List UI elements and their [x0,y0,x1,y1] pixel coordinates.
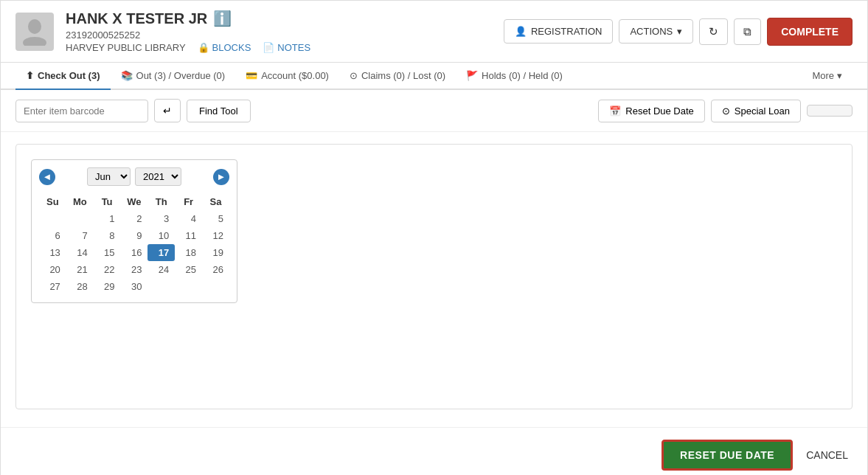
col-tu: Tu [94,193,121,210]
calendar-day[interactable]: 18 [175,244,202,261]
calendar-day[interactable]: 3 [147,210,175,227]
actions-label: ACTIONS [630,26,673,37]
calendar-day[interactable]: 1 [94,210,121,227]
calendar-day[interactable]: 10 [147,227,175,244]
registration-label: REGISTRATION [531,26,603,37]
calendar-day[interactable]: 28 [66,278,94,295]
col-th: Th [147,193,175,210]
bottom-bar: RESET DUE DATE CANCEL [1,427,867,475]
calendar-day[interactable]: 23 [121,261,148,278]
content-area: ◄ JanFebMarApr MayJunJulAug SepOctNovDec… [1,132,867,421]
reset-due-date-button[interactable]: 📅 Reset Due Date [598,100,705,122]
calendar-day[interactable]: 11 [175,227,202,244]
tabs-bar: ⬆ Check Out (3) 📚 Out (3) / Overdue (0) … [1,63,867,90]
calendar-day [39,210,66,227]
out-icon: 📚 [121,70,133,81]
calendar-day[interactable]: 4 [175,210,202,227]
find-tool-button[interactable]: Find Tool [187,100,251,122]
calendar-day[interactable]: 26 [202,261,229,278]
calendar-day[interactable]: 19 [202,244,229,261]
calendar-header: ◄ JanFebMarApr MayJunJulAug SepOctNovDec… [39,167,229,186]
calendar-day[interactable]: 24 [147,261,175,278]
patron-name: HANK X TESTER JR [66,10,207,27]
calendar-next-button[interactable]: ► [213,169,229,185]
calendar-day[interactable]: 20 [39,261,66,278]
calendar-day[interactable]: 17 [147,244,175,261]
special-loan-button[interactable]: ⊙ Special Loan [711,100,801,122]
checkout-icon: ⬆ [26,70,34,81]
refresh-icon: ↻ [709,25,718,38]
tab-claims[interactable]: ⊙ Claims (0) / Lost (0) [339,63,456,90]
cancel-button[interactable]: CANCEL [802,442,853,468]
complete-label: COMPLETE [781,26,839,38]
actions-button[interactable]: ACTIONS ▾ [619,19,693,44]
actions-chevron-icon: ▾ [677,26,682,37]
reset-due-date-action-button[interactable]: RESET DUE DATE [662,440,793,471]
patron-library: HARVEY PUBLIC LIBRARY [66,42,186,53]
avatar [15,13,54,51]
refresh-button[interactable]: ↻ [699,18,728,45]
barcode-input[interactable] [15,100,148,122]
blocks-link[interactable]: 🔒 BLOCKS [198,42,251,53]
page-header: HANK X TESTER JR ℹ️ 23192000525252 HARVE… [1,1,867,63]
tab-checkout[interactable]: ⬆ Check Out (3) [15,63,111,90]
reset-due-date-action-label: RESET DUE DATE [680,449,774,461]
account-label: Account ($0.00) [261,70,329,81]
header-actions: 👤 REGISTRATION ACTIONS ▾ ↻ ⧉ COMPLETE [504,18,853,46]
registration-button[interactable]: 👤 REGISTRATION [504,19,614,44]
complete-button[interactable]: COMPLETE [767,18,853,46]
calendar: ◄ JanFebMarApr MayJunJulAug SepOctNovDec… [31,159,237,303]
calendar-day[interactable]: 8 [94,227,121,244]
calendar-grid: Su Mo Tu We Th Fr Sa 1234567891011121314… [39,193,229,295]
calendar-day [202,278,229,295]
tab-account[interactable]: 💳 Account ($0.00) [235,63,339,90]
more-button[interactable]: More ▾ [802,63,853,89]
calendar-day[interactable]: 12 [202,227,229,244]
calendar-day[interactable]: 29 [94,278,121,295]
calendar-day[interactable]: 30 [121,278,148,295]
patron-name-row: HANK X TESTER JR ℹ️ [66,10,504,27]
calendar-day [175,278,202,295]
calendar-day [147,278,175,295]
year-select[interactable]: 201920202021 20222023 [135,167,181,186]
month-select[interactable]: JanFebMarApr MayJunJulAug SepOctNovDec [87,167,131,186]
col-su: Su [39,193,66,210]
calendar-day[interactable]: 27 [39,278,66,295]
more-label: More [812,70,834,81]
account-icon: 💳 [246,70,257,81]
extra-button[interactable] [807,105,853,117]
clone-icon: ⧉ [743,25,751,38]
calendar-day[interactable]: 7 [66,227,94,244]
calendar-day[interactable]: 25 [175,261,202,278]
col-mo: Mo [66,193,94,210]
patron-info: HANK X TESTER JR ℹ️ 23192000525252 HARVE… [66,10,504,53]
calendar-day[interactable]: 16 [121,244,148,261]
calendar-prev-button[interactable]: ◄ [39,169,55,185]
calendar-day [66,210,94,227]
calendar-day[interactable]: 22 [94,261,121,278]
calendar-icon: 📅 [609,105,621,117]
notes-icon: 📄 [263,42,274,53]
calendar-day[interactable]: 5 [202,210,229,227]
enter-icon: ↵ [163,105,172,117]
clone-button[interactable]: ⧉ [734,18,761,45]
patron-sub: 23192000525252 HARVEY PUBLIC LIBRARY 🔒 B… [66,30,504,53]
calendar-day[interactable]: 21 [66,261,94,278]
calendar-day[interactable]: 6 [39,227,66,244]
calendar-day[interactable]: 15 [94,244,121,261]
calendar-day[interactable]: 14 [66,244,94,261]
blocks-icon: 🔒 [198,42,209,53]
patron-barcode: 23192000525252 [66,30,504,41]
registration-icon: 👤 [515,26,527,37]
calendar-day[interactable]: 13 [39,244,66,261]
info-icon[interactable]: ℹ️ [213,10,232,27]
claims-icon: ⊙ [350,70,358,81]
avatar-area [15,13,54,51]
notes-link[interactable]: 📄 NOTES [263,42,310,53]
calendar-day[interactable]: 9 [121,227,148,244]
special-loan-label: Special Loan [735,105,790,117]
tab-out[interactable]: 📚 Out (3) / Overdue (0) [111,63,236,90]
enter-button[interactable]: ↵ [154,99,181,122]
calendar-day[interactable]: 2 [121,210,148,227]
tab-holds[interactable]: 🚩 Holds (0) / Held (0) [456,63,573,90]
